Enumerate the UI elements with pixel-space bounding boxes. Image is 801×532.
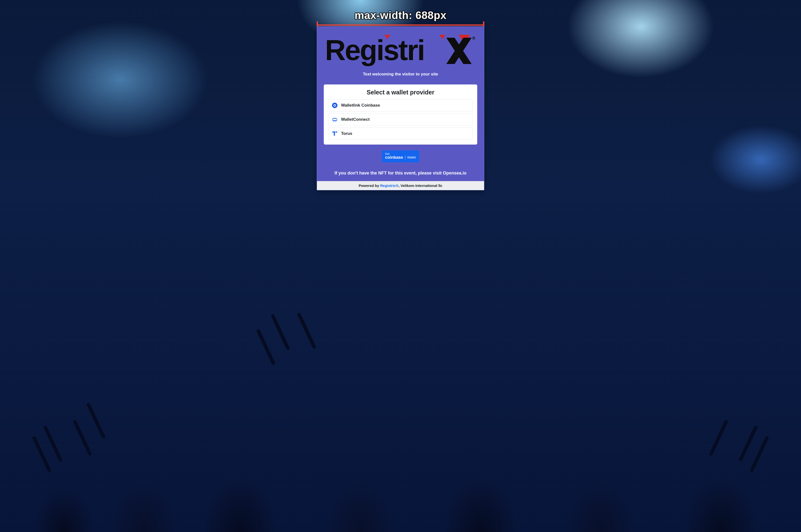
wallet-provider-walletconnect[interactable]: WalletConnect — [328, 113, 473, 126]
wallet-provider-walletlink-coinbase[interactable]: Walletlink Coinbase — [328, 99, 473, 112]
torus-icon — [332, 131, 338, 136]
footer-prefix: Powered by — [359, 184, 380, 188]
svg-rect-11 — [334, 131, 335, 136]
wallet-provider-panel: Select a wallet provider Walletlink Coin… — [324, 84, 477, 145]
wallet-panel-title: Select a wallet provider — [328, 89, 473, 96]
wallet-provider-label: Walletlink Coinbase — [341, 103, 380, 108]
divider — [405, 156, 405, 159]
svg-marker-1 — [439, 35, 445, 39]
svg-rect-9 — [334, 105, 335, 106]
registrix-logo: Registri ® — [324, 33, 477, 68]
wallet-provider-torus[interactable]: Torus — [328, 128, 473, 140]
card-footer: Powered by Registrix®, Velikom Internati… — [317, 181, 484, 190]
svg-text:Registri: Registri — [325, 34, 424, 66]
coinbase-icon — [332, 102, 338, 108]
login-card: Registri ® Text welcoming the visitor to… — [317, 26, 484, 190]
walletconnect-icon — [332, 117, 338, 122]
coinbase-button-brand: coinbase — [385, 155, 403, 160]
footer-suffix: , Velikom International llc — [399, 184, 442, 188]
nft-note-text: If you don't have the NFT for this event… — [334, 171, 466, 176]
welcome-text: Text welcoming the visitor to your site — [363, 72, 438, 77]
svg-text:®: ® — [472, 36, 475, 41]
background-crowd-silhouette — [0, 240, 801, 532]
annotation-max-width-label: max-width: 688px — [354, 9, 446, 21]
wallet-provider-label: WalletConnect — [341, 117, 369, 122]
svg-point-12 — [336, 131, 337, 133]
wallet-provider-label: Torus — [341, 131, 352, 136]
get-coinbase-wallet-button[interactable]: Get coinbase Wallet — [382, 150, 419, 162]
footer-brand-link[interactable]: Registrix® — [380, 184, 399, 188]
coinbase-button-suffix: Wallet — [407, 156, 416, 159]
